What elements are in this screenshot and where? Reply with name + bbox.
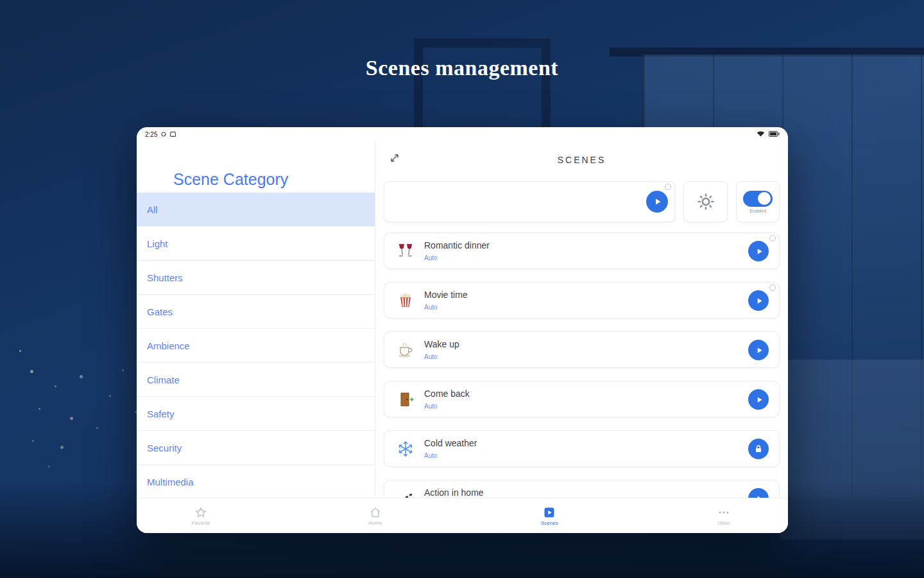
nav-label: Scenes — [541, 520, 558, 526]
popcorn-icon — [396, 291, 415, 310]
scene-card-action-in-home[interactable]: Action in home Auto — [384, 480, 780, 498]
toggle-knob — [758, 192, 771, 205]
background-door-frame — [414, 39, 551, 137]
sidebar-item-label: Ambience — [147, 340, 190, 351]
status-time: 2:25 — [145, 131, 157, 138]
scene-card-movie-time[interactable]: Movie time Auto — [384, 282, 780, 319]
category-list: All Light Shutters Gates Ambience Climat… — [137, 193, 375, 498]
scene-name: Romantic dinner — [424, 240, 490, 250]
scene-card-come-back[interactable]: Come back Auto — [384, 381, 780, 417]
scene-play-button[interactable] — [748, 340, 769, 360]
bottom-nav: Favorite Home Scenes Other — [137, 498, 788, 533]
sidebar-item-gates[interactable]: Gates — [137, 295, 375, 329]
scene-category-sidebar: Scene Category All Light Shutters Gates … — [137, 141, 375, 498]
scene-mode: Auto — [424, 452, 438, 459]
scenes-title: SCENES — [375, 155, 788, 165]
scene-card-cold-weather[interactable]: Cold weather Auto — [384, 430, 780, 467]
scene-name: Movie time — [424, 290, 468, 300]
run-all-card[interactable] — [384, 181, 675, 222]
sidebar-item-multimedia[interactable]: Multimedia — [137, 465, 375, 498]
scene-mode: Auto — [424, 403, 438, 410]
sidebar-item-label: Climate — [147, 374, 180, 385]
scene-play-button[interactable] — [748, 389, 769, 410]
notification-icon — [161, 131, 166, 138]
info-badge — [769, 285, 776, 291]
footsteps-icon — [396, 489, 415, 498]
sidebar-item-label: Gates — [147, 306, 173, 317]
screenshot-icon — [170, 131, 176, 138]
background-city-lights — [19, 350, 21, 352]
snowflake-icon — [396, 439, 415, 459]
sidebar-item-safety[interactable]: Safety — [137, 397, 375, 431]
sidebar-item-label: Security — [147, 442, 182, 453]
sidebar-item-ambience[interactable]: Ambience — [137, 329, 375, 363]
sidebar-item-label: Safety — [147, 408, 175, 419]
scene-card-romantic-dinner[interactable]: Romantic dinner Auto — [384, 232, 780, 269]
sidebar-item-all[interactable]: All — [137, 193, 375, 227]
scene-mode: Auto — [424, 304, 438, 311]
scene-list: Romantic dinner Auto Movie time Auto — [384, 232, 780, 498]
scene-mode: Auto — [424, 254, 438, 261]
page-title: Scenes management — [0, 56, 924, 80]
scenes-enabled-toggle[interactable] — [743, 191, 773, 207]
scenes-enabled-card: Enabled — [736, 181, 780, 222]
scene-play-button[interactable] — [748, 290, 769, 311]
scene-name: Wake up — [424, 339, 459, 349]
battery-icon — [769, 131, 780, 138]
nav-item-home[interactable]: Home — [355, 498, 396, 533]
scenes-toolbar: Enabled — [384, 181, 780, 222]
nav-item-favorite[interactable]: Favorite — [180, 498, 221, 533]
wine-glasses-icon — [396, 241, 415, 261]
status-bar: 2:25 — [137, 127, 788, 141]
more-icon — [717, 506, 730, 519]
sidebar-item-label: Light — [147, 238, 168, 249]
scenes-panel: SCENES — [375, 141, 788, 498]
sidebar-item-label: Multimedia — [147, 477, 194, 487]
wifi-icon — [757, 130, 765, 138]
coffee-icon — [396, 340, 415, 360]
sidebar-item-climate[interactable]: Climate — [137, 363, 375, 397]
sidebar-title: Scene Category — [173, 170, 288, 189]
nav-label: Home — [368, 520, 382, 526]
gear-icon — [697, 193, 715, 211]
info-badge — [665, 184, 671, 190]
scenes-icon — [543, 506, 556, 519]
app-window: 2:25 Scene Category All Light Shutters G… — [137, 127, 788, 533]
nav-label: Other — [717, 520, 730, 526]
sidebar-item-shutters[interactable]: Shutters — [137, 261, 375, 295]
nav-label: Favorite — [192, 520, 210, 526]
info-badge — [769, 235, 776, 241]
sidebar-item-label: All — [147, 204, 158, 215]
home-icon — [369, 506, 382, 519]
scenes-header: SCENES — [375, 141, 788, 181]
nav-item-other[interactable]: Other — [703, 498, 744, 533]
scene-mode: Auto — [424, 353, 438, 360]
scene-play-button[interactable] — [748, 488, 769, 498]
scenes-settings-button[interactable] — [683, 181, 728, 222]
toggle-label: Enabled — [749, 209, 766, 213]
scene-play-button[interactable] — [748, 241, 769, 261]
run-all-play-button[interactable] — [646, 191, 668, 213]
door-icon — [396, 390, 415, 409]
favorite-icon — [194, 506, 207, 519]
scene-card-wake-up[interactable]: Wake up Auto — [384, 331, 780, 368]
scene-name: Cold weather — [424, 438, 477, 448]
sidebar-item-security[interactable]: Security — [137, 431, 375, 465]
sidebar-item-label: Shutters — [147, 272, 183, 283]
nav-item-scenes[interactable]: Scenes — [529, 498, 570, 533]
scene-name: Action in home — [424, 487, 484, 498]
sidebar-item-light[interactable]: Light — [137, 227, 375, 261]
scene-lock-button[interactable] — [748, 439, 769, 459]
lock-icon — [754, 444, 763, 453]
scene-name: Come back — [424, 389, 470, 399]
